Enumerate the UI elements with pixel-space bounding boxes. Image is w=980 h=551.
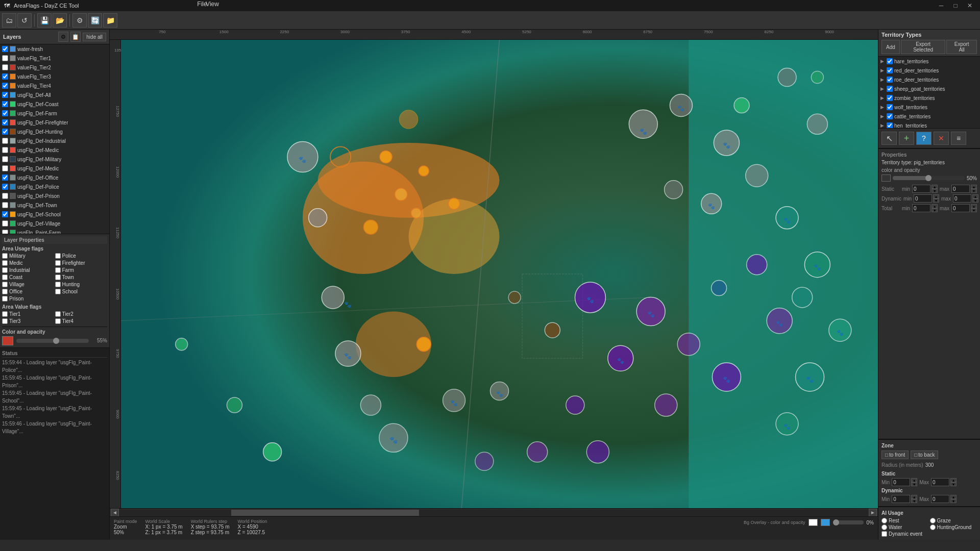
- list-item[interactable]: valueFlg_Tier2: [0, 63, 109, 72]
- list-item[interactable]: usgFlg_Def-Medic: [0, 145, 109, 155]
- list-item[interactable]: usgFlg_Def-Medic: [0, 164, 109, 173]
- action-plus-icon[interactable]: +: [899, 132, 914, 145]
- list-item[interactable]: usgFlg_Def-Village: [0, 219, 109, 228]
- dynamic-min-input[interactable]: [914, 194, 932, 203]
- tt-export-selected-button[interactable]: Export Selected: [901, 40, 946, 54]
- scroll-left-arrow[interactable]: ◄: [111, 509, 119, 517]
- tt-check-zombie[interactable]: [887, 95, 893, 101]
- toolbar-open[interactable]: 📂: [53, 13, 67, 28]
- action-x-icon[interactable]: ✕: [934, 132, 949, 145]
- tt-export-all-button[interactable]: Export All: [946, 40, 977, 54]
- map-canvas[interactable]: 🐾 🐾 🐾 🐾 🐾 🐾 🐾 🐾 🐾 🐾 🐾 🐾 🐾 🐾 🐾 🐾: [121, 40, 878, 508]
- toolbar-settings[interactable]: ⚙: [72, 13, 87, 28]
- static-max-input[interactable]: [951, 185, 970, 193]
- tt-check-roe-deer[interactable]: [887, 77, 893, 83]
- maximize-button[interactable]: □: [949, 0, 962, 11]
- hide-all-button[interactable]: hide all: [83, 33, 106, 41]
- list-item[interactable]: usgFlg_Def-Office: [0, 173, 109, 182]
- zone-dmax-down[interactable]: ▼: [950, 499, 957, 503]
- list-item[interactable]: usgFlg_Def-Farm: [0, 109, 109, 118]
- menu-view[interactable]: View: [208, 0, 216, 8]
- toolbar-export[interactable]: 📁: [103, 13, 117, 28]
- layers-icon-btn-1[interactable]: ⚙: [58, 32, 68, 42]
- zone-smin-up[interactable]: ▲: [911, 478, 917, 482]
- menu-file[interactable]: File: [198, 0, 206, 8]
- list-item[interactable]: valueFlg_Tier4: [0, 81, 109, 90]
- static-min-input[interactable]: [912, 185, 930, 193]
- zone-dmax-up[interactable]: ▲: [950, 495, 957, 499]
- list-item[interactable]: usgFlg_Def-Hunting: [0, 127, 109, 136]
- zone-static-max[interactable]: [931, 478, 949, 486]
- scroll-right-arrow[interactable]: ►: [869, 509, 877, 517]
- list-item[interactable]: usgFlg_Def-Town: [0, 201, 109, 210]
- opacity-slider[interactable]: [16, 339, 89, 343]
- color-swatch[interactable]: [2, 336, 13, 345]
- tt-check-cattle[interactable]: [887, 113, 893, 119]
- action-lines-icon[interactable]: ≡: [951, 132, 966, 145]
- list-item[interactable]: water-fresh: [0, 44, 109, 54]
- tt-item-zombie[interactable]: ▶zombie_territories: [878, 93, 980, 103]
- tt-item-roe-deer[interactable]: ▶roe_deer_territories: [878, 75, 980, 84]
- total-max-input[interactable]: [951, 204, 970, 212]
- close-button[interactable]: ✕: [964, 0, 976, 11]
- list-item[interactable]: usgFlg_Def-All: [0, 90, 109, 99]
- ai-rest-radio[interactable]: [881, 518, 887, 523]
- tt-check-hen[interactable]: [887, 122, 893, 128]
- zone-dmin-up[interactable]: ▲: [911, 495, 917, 499]
- zone-smin-down[interactable]: ▼: [911, 482, 917, 486]
- bg-overlay-slider[interactable]: [833, 520, 864, 524]
- tt-check-wolf[interactable]: [887, 104, 893, 110]
- list-item[interactable]: usgFlg_Def-Firefighter: [0, 118, 109, 127]
- layers-list[interactable]: water-fresh valueFlg_Tier1 valueFlg_Tier…: [0, 44, 109, 234]
- list-item[interactable]: valueFlg_Tier1: [0, 54, 109, 63]
- tt-add-button[interactable]: Add: [881, 40, 900, 54]
- tt-check-red-deer[interactable]: [887, 67, 893, 73]
- list-item[interactable]: usgFlg_Def-Industrial: [0, 136, 109, 145]
- zone-dynamic-min[interactable]: [892, 495, 910, 503]
- tt-item-hare[interactable]: ▶hare_territories: [878, 57, 980, 66]
- prop-opacity-slider[interactable]: [893, 176, 965, 180]
- tt-item-red-deer[interactable]: ▶red_deer_territories: [878, 66, 980, 75]
- total-min-up[interactable]: ▲: [932, 204, 938, 208]
- tt-check-hare[interactable]: [887, 58, 893, 64]
- dynamic-min-down[interactable]: ▼: [933, 198, 939, 203]
- prop-color-swatch[interactable]: [881, 174, 891, 182]
- list-item[interactable]: usgFlg_Def-Police: [0, 182, 109, 191]
- territory-list[interactable]: ▶hare_territories ▶red_deer_territories …: [878, 57, 980, 128]
- minimize-button[interactable]: ─: [935, 0, 947, 11]
- total-max-up[interactable]: ▲: [971, 204, 977, 208]
- static-min-up[interactable]: ▲: [932, 185, 938, 189]
- list-item[interactable]: usgFlg_Def-Prison: [0, 191, 109, 201]
- static-max-up[interactable]: ▲: [971, 185, 977, 189]
- tt-check-sheep-goat[interactable]: [887, 86, 893, 92]
- bg-color-swatch-white[interactable]: [808, 519, 818, 526]
- scroll-track-h[interactable]: [119, 510, 869, 516]
- zone-to-back-button[interactable]: □ to back: [911, 450, 938, 459]
- right-panel-resize[interactable]: [978, 0, 980, 551]
- tt-item-sheep-goat[interactable]: ▶sheep_goat_territories: [878, 84, 980, 93]
- zone-dmin-down[interactable]: ▼: [911, 499, 917, 503]
- zone-to-front-button[interactable]: □ to front: [881, 450, 909, 459]
- list-item[interactable]: valueFlg_Tier3: [0, 72, 109, 81]
- ai-graze-radio[interactable]: [930, 518, 936, 523]
- zone-dynamic-max[interactable]: [931, 495, 949, 503]
- dynamic-max-input[interactable]: [953, 194, 971, 203]
- tt-item-hen[interactable]: ▶hen_territories: [878, 121, 980, 128]
- scroll-thumb-h[interactable]: [231, 510, 419, 516]
- tt-item-cattle[interactable]: ▶cattle_territories: [878, 112, 980, 121]
- toolbar-save[interactable]: 💾: [37, 13, 52, 28]
- list-item[interactable]: usgFlg_Def-School: [0, 210, 109, 219]
- toolbar-undo[interactable]: ↺: [17, 13, 32, 28]
- zone-static-min[interactable]: [892, 478, 910, 486]
- toolbar-refresh[interactable]: 🔄: [88, 13, 102, 28]
- total-min-down[interactable]: ▼: [932, 208, 938, 212]
- zone-smax-up[interactable]: ▲: [950, 478, 957, 482]
- static-min-down[interactable]: ▼: [932, 189, 938, 193]
- list-item[interactable]: usgFlg_Paint-Farm: [0, 228, 109, 234]
- toolbar-new[interactable]: 🗂: [2, 13, 16, 28]
- layers-icon-btn-2[interactable]: 📋: [70, 32, 81, 42]
- ai-huntingground-radio[interactable]: [930, 524, 936, 530]
- zone-smax-down[interactable]: ▼: [950, 482, 957, 486]
- list-item[interactable]: usgFlg_Def-Military: [0, 155, 109, 164]
- ai-dynamicevent-check[interactable]: [881, 531, 887, 537]
